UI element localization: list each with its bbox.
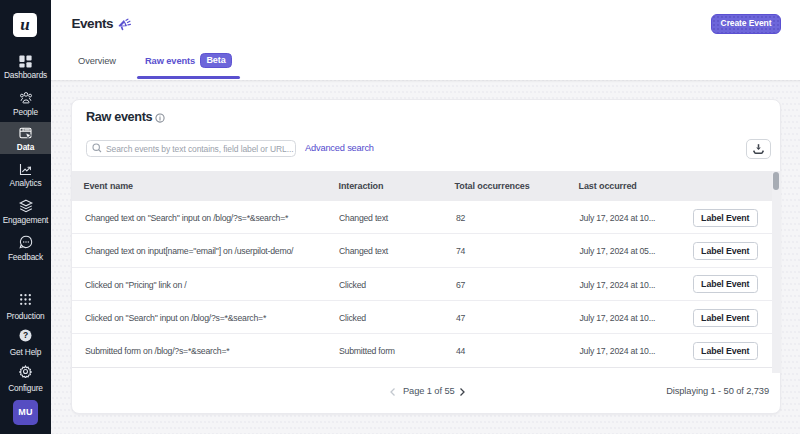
- svg-text:?: ?: [23, 330, 28, 340]
